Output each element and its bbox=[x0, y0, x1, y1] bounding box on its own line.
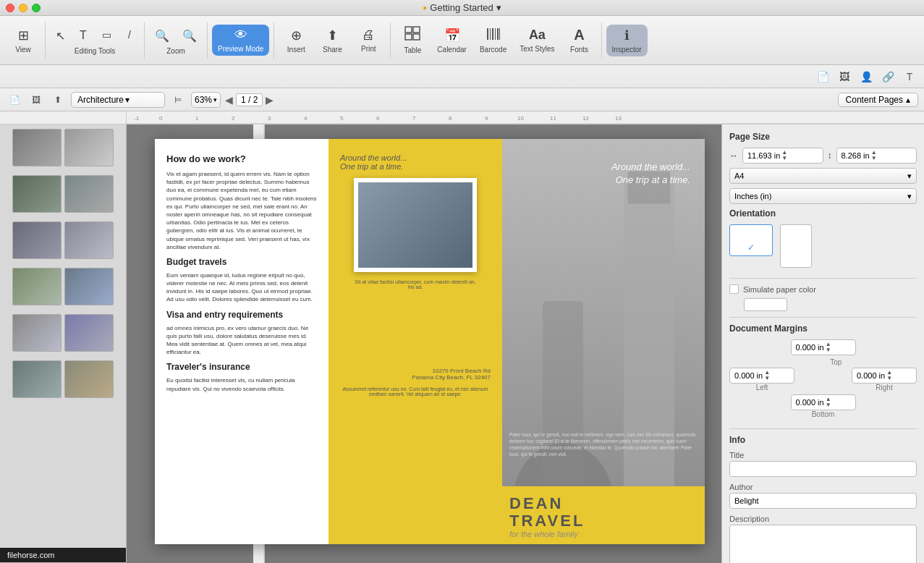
document-image-content bbox=[358, 182, 472, 268]
shape-tool-button[interactable]: ▭ bbox=[96, 26, 116, 46]
width-input[interactable]: 11.693 in ▲ ▼ bbox=[742, 148, 823, 164]
mid-footer: Assueviret referentur usu no. Cum lalit … bbox=[340, 386, 491, 397]
open-image-btn[interactable]: 🖼 bbox=[27, 92, 45, 108]
zoom-display[interactable]: 63% ▾ bbox=[191, 92, 221, 108]
thumbnail-item-5[interactable] bbox=[0, 310, 126, 356]
portrait-orientation[interactable] bbox=[780, 224, 812, 268]
simulate-color-checkbox[interactable] bbox=[729, 284, 739, 294]
margins-title: Document Margins bbox=[729, 323, 917, 334]
svg-text:7: 7 bbox=[412, 115, 416, 122]
width-stepper[interactable]: ▲ ▼ bbox=[781, 150, 787, 161]
svg-text:13: 13 bbox=[615, 115, 622, 122]
top-margin-stepper[interactable]: ▲ ▼ bbox=[826, 342, 831, 353]
text-styles-button[interactable]: Aa Text Styles bbox=[514, 25, 560, 56]
text-format-icon-btn[interactable]: T bbox=[901, 69, 918, 85]
page-size-section: Page Size ↔ 11.693 in ▲ ▼ ↕ 8.268 in ▲ ▼ bbox=[729, 132, 917, 268]
select-tool-button[interactable]: ↖ bbox=[50, 26, 70, 46]
prev-page-btn[interactable]: ◀ bbox=[225, 94, 233, 106]
bottom-margin-input[interactable]: 0.000 in ▲ ▼ bbox=[791, 394, 856, 410]
new-doc-btn[interactable]: 📄 bbox=[6, 92, 23, 108]
landscape-orientation[interactable]: ✓ bbox=[729, 224, 773, 256]
content-pages-selector[interactable]: Content Pages ▴ bbox=[838, 93, 918, 107]
dimensions-row: ↔ 11.693 in ▲ ▼ ↕ 8.268 in ▲ ▼ bbox=[729, 148, 917, 164]
thumbnail-item-3[interactable] bbox=[0, 217, 126, 263]
document-middle-column: Around the world... One trip at a time. … bbox=[329, 139, 502, 544]
person-icon-btn[interactable]: 👤 bbox=[857, 69, 875, 85]
svg-rect-9 bbox=[499, 28, 500, 40]
svg-text:12: 12 bbox=[582, 115, 589, 122]
left-label: Left bbox=[729, 384, 794, 391]
template-selector[interactable]: Architecture ▾ bbox=[71, 92, 165, 108]
preview-icon: 👁 bbox=[234, 27, 247, 43]
inspector-button[interactable]: ℹ Inspector bbox=[606, 25, 648, 56]
title-input[interactable] bbox=[729, 461, 917, 477]
view-button[interactable]: ⊞ View bbox=[6, 25, 41, 56]
info-section: Info Title Author Belight Description bbox=[729, 435, 917, 563]
separator-4 bbox=[274, 22, 274, 59]
height-icon: ↕ bbox=[828, 151, 832, 161]
svg-rect-5 bbox=[490, 28, 491, 40]
bottom-margin-stepper[interactable]: ▲ ▼ bbox=[826, 397, 831, 408]
unit-select[interactable]: Inches (in) ▾ bbox=[729, 188, 917, 204]
height-down-btn[interactable]: ▼ bbox=[871, 156, 877, 161]
simulate-color-label: Simulate paper color bbox=[743, 285, 816, 294]
line-tool-button[interactable]: / bbox=[119, 26, 140, 46]
inspector-panel: Page Size ↔ 11.693 in ▲ ▼ ↕ 8.268 in ▲ ▼ bbox=[721, 124, 924, 563]
table-icon bbox=[404, 26, 420, 44]
fonts-button[interactable]: A Fonts bbox=[562, 24, 597, 56]
barcode-button[interactable]: Barcode bbox=[474, 25, 512, 56]
svg-rect-0 bbox=[405, 27, 412, 33]
zoom-out-button[interactable]: 🔍 bbox=[149, 26, 175, 46]
zoom-in-icon: 🔍 bbox=[182, 29, 197, 43]
svg-text:8: 8 bbox=[449, 115, 452, 122]
right-margin-input[interactable]: 0.000 in ▲ ▼ bbox=[852, 368, 917, 384]
paper-size-select[interactable]: A4 ▾ bbox=[729, 168, 917, 184]
orientation-options: ✓ bbox=[729, 224, 917, 268]
author-input[interactable]: Belight bbox=[729, 493, 917, 509]
print-button[interactable]: 🖨 Print bbox=[351, 25, 386, 56]
share-small-btn[interactable]: ⬆ bbox=[49, 92, 67, 108]
section-heading-1: How do we work? bbox=[166, 153, 317, 164]
section-para-1: Vix et agam praesent, id quem errem vis.… bbox=[166, 170, 317, 251]
print-icon: 🖨 bbox=[362, 27, 375, 43]
svg-text:3: 3 bbox=[268, 115, 271, 122]
ruler-corner bbox=[0, 111, 127, 124]
canvas-area[interactable]: 1 2 3 4 5 6 7 8 How do we work? Vix et a… bbox=[127, 124, 721, 563]
minimize-button[interactable] bbox=[19, 4, 27, 12]
description-input[interactable] bbox=[729, 525, 917, 563]
table-button[interactable]: Table bbox=[395, 23, 430, 57]
thumbnail-item-6[interactable] bbox=[0, 356, 126, 402]
right-body-text: Pater tuus, qui te genuit, non vuit te r… bbox=[509, 431, 698, 457]
thumbnail-item-1[interactable] bbox=[0, 124, 126, 171]
right-margin-stepper[interactable]: ▲ ▼ bbox=[886, 370, 892, 381]
top-margin-input[interactable]: 0.000 in ▲ ▼ bbox=[791, 339, 856, 355]
left-margin-input[interactable]: 0.000 in ▲ ▼ bbox=[729, 368, 794, 384]
next-page-btn[interactable]: ▶ bbox=[266, 94, 274, 106]
thumbnail-item-4[interactable] bbox=[0, 263, 126, 310]
insert-button[interactable]: ⊕ Insert bbox=[279, 25, 313, 56]
thumbnail-item-2[interactable] bbox=[0, 171, 126, 217]
calendar-button[interactable]: 📅 Calendar bbox=[431, 25, 472, 56]
page-indicator: 1 / 2 bbox=[236, 93, 263, 106]
width-down-btn[interactable]: ▼ bbox=[781, 156, 787, 161]
left-margin-stepper[interactable]: ▲ ▼ bbox=[764, 370, 770, 381]
zoom-in-button[interactable]: 🔍 bbox=[177, 26, 203, 46]
height-stepper[interactable]: ▲ ▼ bbox=[871, 150, 877, 161]
height-input[interactable]: 8.268 in ▲ ▼ bbox=[836, 148, 917, 164]
link-icon-btn[interactable]: 🔗 bbox=[879, 69, 897, 85]
preview-mode-button[interactable]: 👁 Preview Mode bbox=[212, 25, 269, 56]
section-para-4: Eu quodsi facilisi interesset vis, cu nu… bbox=[166, 376, 317, 392]
bottom-label: Bottom bbox=[791, 410, 856, 418]
paper-color-swatch[interactable] bbox=[744, 298, 787, 311]
maximize-button[interactable] bbox=[32, 4, 41, 12]
document: How do we work? Vix et agam praesent, id… bbox=[155, 139, 705, 544]
ruler-btn[interactable]: ⊨ bbox=[169, 92, 187, 108]
lr-margin-row: 0.000 in ▲ ▼ Left 0.000 in ▲ ▼ bbox=[729, 368, 917, 391]
text-tool-button[interactable]: T bbox=[73, 26, 93, 46]
doc-icon-btn[interactable]: 📄 bbox=[814, 69, 831, 85]
close-button[interactable] bbox=[6, 4, 14, 12]
text-styles-icon: Aa bbox=[529, 27, 546, 43]
share-button[interactable]: ⬆ Share bbox=[315, 25, 349, 56]
main-layout: filehorse.com 🔍 1 2 3 4 5 6 7 8 bbox=[0, 124, 924, 563]
image-icon-btn[interactable]: 🖼 bbox=[836, 69, 853, 85]
